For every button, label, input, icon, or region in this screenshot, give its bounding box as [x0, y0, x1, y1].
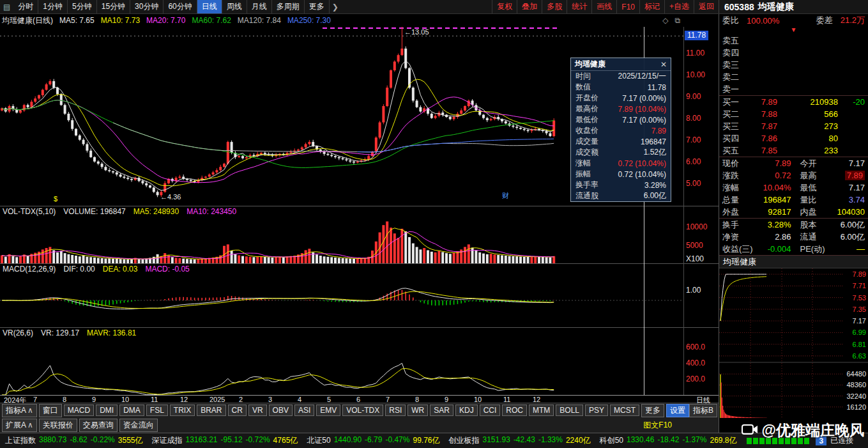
tooltip-label: 换手率: [575, 180, 598, 190]
tool-F10[interactable]: F10: [616, 0, 639, 13]
tool-画线[interactable]: 画线: [591, 0, 616, 13]
indicator-tab-WR[interactable]: WR: [407, 405, 428, 416]
indicator-tab-DMA[interactable]: DMA: [119, 405, 144, 416]
index-创业板指[interactable]: 创业板指3151.93-42.43-1.33%2240亿: [448, 435, 590, 446]
period-60分钟[interactable]: 60分钟: [164, 0, 197, 13]
triangle-down-icon[interactable]: ▼: [719, 27, 868, 35]
indicator-tab-TRIX[interactable]: TRIX: [170, 405, 195, 416]
macd-chart[interactable]: [0, 274, 683, 327]
sell-row[interactable]: 卖一: [719, 83, 868, 95]
tooltip-row: 换手率3.28%: [571, 180, 671, 190]
close-icon[interactable]: ✕: [660, 60, 667, 69]
vr-chart[interactable]: [0, 337, 683, 395]
stat-label: 股本: [800, 219, 830, 231]
period-更多[interactable]: 更多: [305, 0, 330, 13]
indicator-tab-MCST[interactable]: MCST: [610, 405, 639, 416]
indicator-tab-VR[interactable]: VR: [248, 405, 267, 416]
minichart-tab[interactable]: 均瑶健康: [719, 256, 868, 268]
function-tab-交易查询[interactable]: 交易查询: [79, 419, 118, 432]
indicator-tab-OBV[interactable]: OBV: [269, 405, 293, 416]
tool-叠加[interactable]: 叠加: [517, 0, 542, 13]
period-月线[interactable]: 月线: [247, 0, 272, 13]
indicator-tab-FSL[interactable]: FSL: [146, 405, 168, 416]
period-5分钟[interactable]: 5分钟: [68, 0, 97, 13]
period-日线[interactable]: 日线: [197, 0, 222, 13]
overlap-icon[interactable]: ⧉: [674, 16, 680, 25]
indicator-tab-ASI[interactable]: ASI: [294, 405, 314, 416]
indicator-tab-EMV[interactable]: EMV: [316, 405, 340, 416]
index-name: 科创50: [600, 435, 623, 446]
index-科创50[interactable]: 科创501330.46-18.42-1.37%269.8亿: [600, 435, 737, 446]
mini-price-label: 7.17: [844, 317, 866, 325]
indicator-tab-BRAR[interactable]: BRAR: [197, 405, 225, 416]
mini-intraday-chart[interactable]: 7.897.717.537.357.176.996.816.6364480483…: [719, 268, 868, 418]
buy-row[interactable]: 买四7.8680: [719, 132, 868, 144]
buy-row[interactable]: 买三7.87273: [719, 120, 868, 132]
function-tab-资金流向[interactable]: 资金流向: [119, 419, 158, 432]
volume-chart[interactable]: [0, 216, 683, 263]
indicator-tab-窗口[interactable]: 窗口: [39, 404, 62, 417]
buy-row[interactable]: 买五7.85233: [719, 144, 868, 157]
stat-label: 今开: [800, 158, 830, 169]
tool-统计[interactable]: 统计: [567, 0, 591, 13]
period-分时[interactable]: 分时: [13, 0, 38, 13]
sell-row[interactable]: 卖三: [719, 59, 868, 71]
tooltip-label: 涨幅: [575, 158, 591, 169]
period-周线[interactable]: 周线: [222, 0, 247, 13]
period-15分钟[interactable]: 15分钟: [97, 0, 130, 13]
sell-label: 卖五: [722, 35, 747, 47]
main-kline-panel[interactable]: ←13.05←4.36$财 11.78 均瑶健康 ✕ 时间2025/12/15/…: [0, 27, 719, 206]
volume-panel[interactable]: 100005000X100: [0, 216, 719, 263]
weicha-label: 委差: [816, 15, 841, 26]
right-tab-指标B[interactable]: 指标B: [689, 404, 717, 417]
tool-+自选[interactable]: +自选: [664, 0, 694, 13]
stat-value: 196847: [756, 195, 791, 205]
macd-panel[interactable]: 1.00: [0, 274, 719, 327]
sell-row[interactable]: 卖四: [719, 47, 868, 59]
indicator-tab-ROC[interactable]: ROC: [502, 405, 527, 416]
index-北证50[interactable]: 北证501440.90-6.79-0.47%99.76亿: [307, 435, 439, 446]
f10-link[interactable]: 图文F10: [643, 420, 672, 431]
indicator-tab-MTM[interactable]: MTM: [529, 405, 554, 416]
buy-row[interactable]: 买一7.89210938-20: [719, 96, 868, 108]
indicator-tab-更多[interactable]: 更多: [641, 404, 664, 417]
indicator-tab-VOL-TDX[interactable]: VOL-TDX: [342, 405, 383, 416]
tooltip-title-bar[interactable]: 均瑶健康 ✕: [571, 58, 671, 71]
indicator-tab-KDJ[interactable]: KDJ: [455, 405, 478, 416]
indicator-tab-DMI[interactable]: DMI: [96, 405, 118, 416]
tool-返回[interactable]: 返回: [694, 0, 719, 13]
diamond-icon[interactable]: ◇: [662, 16, 668, 25]
buy-volume: 273: [777, 121, 838, 131]
chart-info-line: 均瑶健康(日线) MA5: 7.65MA10: 7.73MA20: 7.70MA…: [0, 14, 719, 27]
tool-复权[interactable]: 复权: [492, 0, 517, 13]
more-arrow-icon[interactable]: ❯: [330, 3, 341, 12]
period-1分钟[interactable]: 1分钟: [38, 0, 68, 13]
indicator-tab-指标A[interactable]: 指标A∧: [2, 404, 37, 417]
stat-row: 外盘92817内盘104030: [719, 206, 868, 218]
index-pct: -0.72%: [246, 435, 270, 446]
index-上证指数[interactable]: 上证指数3880.73-8.62-0.22%3555亿: [5, 435, 142, 446]
tool-标记[interactable]: 标记: [639, 0, 664, 13]
tool-多股[interactable]: 多股: [542, 0, 567, 13]
stock-code: 605388: [724, 2, 754, 12]
function-tab-关联报价[interactable]: 关联报价: [39, 419, 77, 432]
indicator-tab-BOLL[interactable]: BOLL: [556, 405, 583, 416]
indicator-tab-CR[interactable]: CR: [228, 405, 247, 416]
indicator-tab-MACD[interactable]: MACD: [64, 405, 94, 416]
index-amount: 4765亿: [273, 435, 298, 446]
indicator-tab-设置[interactable]: 设置: [666, 404, 689, 417]
vr-panel[interactable]: 600.0400.0200.0: [0, 337, 719, 395]
app-menu-icon[interactable]: ▤: [0, 3, 13, 12]
period-多周期[interactable]: 多周期: [272, 0, 305, 13]
indicator-tab-SAR[interactable]: SAR: [430, 405, 453, 416]
index-深证成指[interactable]: 深证成指13163.21-95.12-0.72%4765亿: [151, 435, 298, 446]
indicator-tab-PSY[interactable]: PSY: [585, 405, 608, 416]
indicator-tab-RSI[interactable]: RSI: [385, 405, 406, 416]
sell-row[interactable]: 卖五: [719, 35, 868, 47]
stat-label: PE(动): [800, 243, 830, 255]
indicator-tab-CCI[interactable]: CCI: [480, 405, 501, 416]
period-30分钟[interactable]: 30分钟: [130, 0, 164, 13]
sell-row[interactable]: 卖二: [719, 71, 868, 83]
buy-row[interactable]: 买二7.88566: [719, 108, 868, 120]
function-tab-扩展A[interactable]: 扩展A∧: [2, 419, 37, 432]
